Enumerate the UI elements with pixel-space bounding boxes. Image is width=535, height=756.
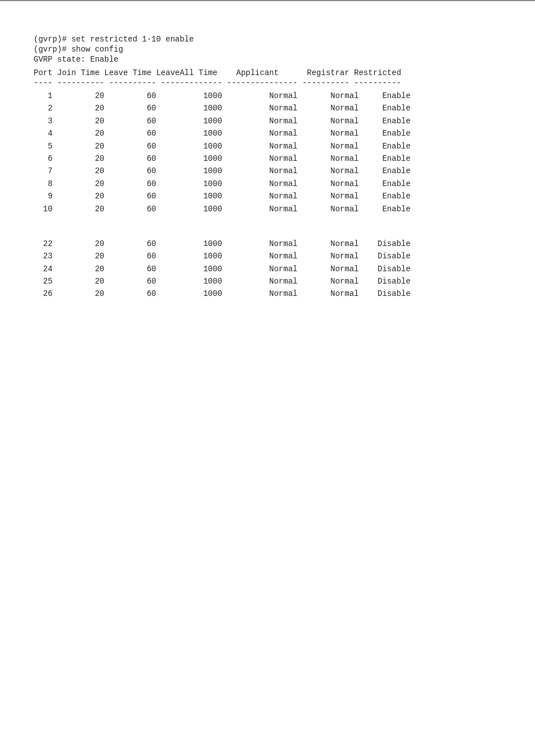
table-row: 4 20 60 1000 Normal Normal Enable	[34, 127, 501, 140]
table-row: 26 20 60 1000 Normal Normal Disable	[34, 287, 501, 300]
table-row: 10 20 60 1000 Normal Normal Enable	[34, 203, 501, 215]
table-header: Port Join Time Leave Time LeaveAll Time …	[34, 68, 501, 77]
table-rows-group-1: 1 20 60 1000 Normal Normal Enable 2 20 6…	[34, 90, 501, 215]
table-row: 23 20 60 1000 Normal Normal Disable	[34, 250, 501, 262]
content-area: (gvrp)# set restricted 1-10 enable (gvrp…	[0, 24, 535, 312]
command-line-2: (gvrp)# show config	[34, 45, 501, 54]
command-line-1: (gvrp)# set restricted 1-10 enable	[34, 35, 501, 44]
row-gap	[34, 215, 501, 238]
table-row: 1 20 60 1000 Normal Normal Enable	[34, 90, 501, 102]
table-rows-group-2: 22 20 60 1000 Normal Normal Disable 23 2…	[34, 238, 501, 300]
table-row: 9 20 60 1000 Normal Normal Enable	[34, 190, 501, 202]
top-border	[0, 0, 535, 1]
config-table: Port Join Time Leave Time LeaveAll Time …	[34, 68, 501, 300]
gvrp-state: GVRP state: Enable	[34, 55, 501, 64]
table-row: 24 20 60 1000 Normal Normal Disable	[34, 263, 501, 275]
table-row: 22 20 60 1000 Normal Normal Disable	[34, 238, 501, 250]
table-row: 2 20 60 1000 Normal Normal Enable	[34, 102, 501, 114]
table-row: 7 20 60 1000 Normal Normal Enable	[34, 165, 501, 177]
table-row: 6 20 60 1000 Normal Normal Enable	[34, 152, 501, 165]
table-row: 8 20 60 1000 Normal Normal Enable	[34, 178, 501, 190]
table-row: 3 20 60 1000 Normal Normal Enable	[34, 115, 501, 127]
table-row: 25 20 60 1000 Normal Normal Disable	[34, 275, 501, 287]
table-row: 5 20 60 1000 Normal Normal Enable	[34, 140, 501, 152]
table-separator: ---- ---------- ---------- -------------…	[34, 78, 501, 87]
